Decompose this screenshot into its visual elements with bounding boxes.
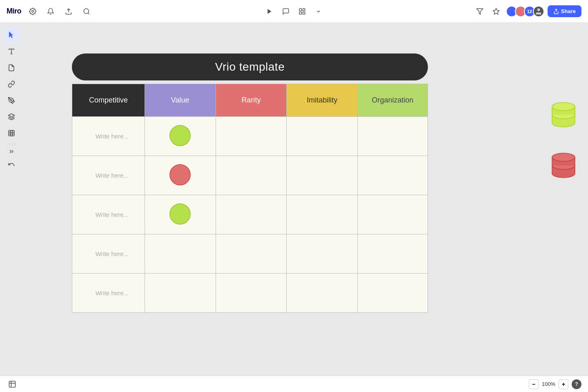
header-imitability: Imitability [287,84,358,117]
row-2-label[interactable]: Write here... [72,195,145,234]
filter-button[interactable] [473,5,486,18]
table-row: Write here... [72,156,428,195]
play-button[interactable] [262,4,277,19]
board-overview-button[interactable] [7,379,18,390]
svg-point-34 [552,153,575,161]
vrio-table: Competitive Value Rarity Imitability Org… [72,84,428,313]
board-button[interactable] [295,4,310,19]
row-3-value [145,234,216,274]
svg-point-15 [11,100,12,101]
table-row: Write here... [72,117,428,156]
row-4-imitability [287,274,358,313]
row-4-value [145,274,216,313]
share-button[interactable]: Share [548,5,581,17]
tool-frame[interactable] [4,126,19,140]
row-1-organization [358,156,428,195]
tool-text[interactable] [4,44,19,59]
upload-button[interactable] [62,5,75,18]
green-token [169,125,191,146]
row-3-imitability [287,234,358,274]
row-0-organization [358,117,428,156]
svg-line-3 [88,13,89,14]
row-1-rarity [216,156,287,195]
row-1-label[interactable]: Write here... [72,156,145,195]
row-0-rarity [216,117,287,156]
row-3-label[interactable]: Write here... [72,234,145,274]
row-2-organization [358,195,428,234]
svg-point-0 [32,10,34,12]
red-coin-stack [547,149,580,182]
zoom-controls: − 100% + ? [529,379,581,389]
tool-pen[interactable] [4,93,19,108]
tool-select[interactable] [4,28,19,42]
tool-shape[interactable] [4,109,19,124]
zoom-in-button[interactable]: + [559,379,568,389]
vrio-title-bar: Vrio template [72,53,428,80]
toolbar-left: Miro [7,5,93,18]
avatar-user [533,6,544,17]
header-competitive: Competitive [72,84,145,117]
svg-point-25 [552,102,575,111]
svg-point-2 [84,9,89,13]
table-row: Write here... [72,234,428,274]
header-rarity: Rarity [216,84,287,117]
row-3-rarity [216,234,287,274]
vrio-title: Vrio template [215,60,285,74]
row-4-rarity [216,274,287,313]
notifications-button[interactable] [44,5,57,18]
miro-logo: Miro [7,7,21,16]
header-value: Value [145,84,216,117]
toolbar-right: 12 Share [473,5,581,18]
tool-link[interactable] [4,77,19,91]
tool-sticky[interactable] [4,60,19,75]
row-1-imitability [287,156,358,195]
row-2-imitability [287,195,358,234]
svg-marker-4 [267,9,271,14]
row-2-value [145,195,216,234]
svg-rect-6 [303,9,305,11]
table-row: Write here... [72,195,428,234]
tool-expand[interactable] [6,147,17,156]
left-sidebar [0,23,23,376]
table-row: Write here... [72,274,428,313]
toolbar-center [262,4,326,19]
svg-marker-9 [477,9,483,14]
row-3-organization [358,234,428,274]
svg-marker-10 [493,8,499,14]
svg-rect-16 [9,130,14,136]
vrio-template: Vrio template Competitive Value Rarity I… [72,53,428,313]
sidebar-divider [7,144,16,144]
search-button[interactable] [80,5,93,18]
row-4-organization [358,274,428,313]
tool-undo[interactable] [4,157,19,172]
green-coin-stack [547,98,580,131]
zoom-level: 100% [542,381,555,387]
settings-button[interactable] [26,5,39,18]
help-button[interactable]: ? [572,379,581,389]
bottom-bar: − 100% + ? [0,376,588,392]
coin-stacks-area [547,98,580,183]
svg-point-11 [537,8,540,11]
row-4-label[interactable]: Write here... [72,274,145,313]
red-token [169,164,191,185]
zoom-out-button[interactable]: − [529,379,539,389]
row-2-rarity [216,195,287,234]
row-0-label[interactable]: Write here... [72,117,145,156]
canvas: Vrio template Competitive Value Rarity I… [23,23,588,376]
svg-rect-5 [299,9,301,11]
svg-rect-7 [299,12,301,14]
avatar-group: 12 [506,6,544,17]
green-token [169,203,191,225]
svg-rect-39 [9,381,16,387]
dropdown-button[interactable] [311,4,326,19]
header-organization: Organization [358,84,428,117]
row-0-value [145,117,216,156]
comment-button[interactable] [278,4,293,19]
top-toolbar: Miro [0,0,588,23]
star-button[interactable] [490,5,503,18]
row-1-value [145,156,216,195]
svg-rect-8 [303,12,305,14]
row-0-imitability [287,117,358,156]
